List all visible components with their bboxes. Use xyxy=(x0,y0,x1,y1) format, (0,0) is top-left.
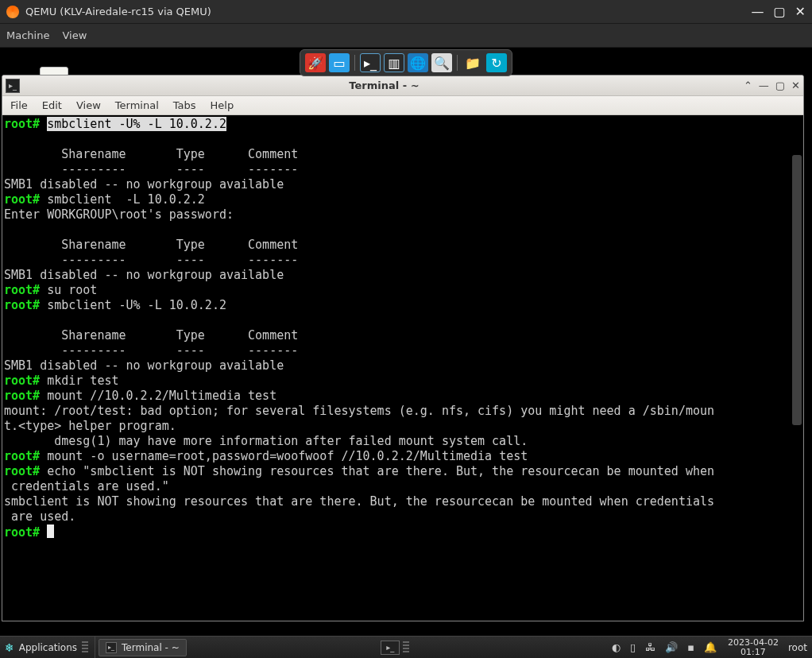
terminal-menu-view[interactable]: View xyxy=(76,99,101,111)
task-terminal-label: Terminal - ~ xyxy=(122,642,180,653)
menu-machine[interactable]: Machine xyxy=(6,29,49,41)
dock-files-icon[interactable]: 📁 xyxy=(462,53,483,72)
terminal-window-title: Terminal - ~ xyxy=(25,79,744,91)
panel-clock[interactable]: 2023-04-02 01:17 xyxy=(723,638,783,657)
taskbar-task-terminal[interactable]: ▸_ Terminal - ~ xyxy=(99,639,187,656)
dock-session-icon[interactable]: ↻ xyxy=(486,53,507,72)
minimize-button[interactable]: — xyxy=(751,4,764,19)
terminal-menu-edit[interactable]: Edit xyxy=(42,99,62,111)
terminal-menu-terminal[interactable]: Terminal xyxy=(115,99,159,111)
panel-grip-icon xyxy=(403,641,409,654)
terminal-close-button[interactable]: ✕ xyxy=(791,79,800,91)
terminal-window[interactable]: ▸_ Terminal - ~ ⌃ — ▢ ✕ File Edit View T… xyxy=(2,75,804,621)
panel-center-launchers[interactable]: ▸_ xyxy=(381,641,411,655)
dock[interactable]: 🚀 ▭ ▸_ ▥ 🌐 🔍 📁 ↻ xyxy=(300,49,512,76)
terminal-maximize-button[interactable]: ▢ xyxy=(775,79,785,91)
tray-volume-icon[interactable]: 🔊 xyxy=(665,641,678,653)
applications-menu-button[interactable]: ❄ Applications xyxy=(0,637,95,658)
terminal-cursor xyxy=(47,524,54,538)
qemu-logo-icon xyxy=(6,6,19,18)
terminal-menu-file[interactable]: File xyxy=(10,99,28,111)
terminal-minimize-button[interactable]: — xyxy=(759,79,769,91)
tray-disk-icon[interactable]: ◐ xyxy=(612,641,621,653)
tray-notifications-icon[interactable]: 🔔 xyxy=(704,641,717,653)
close-button[interactable]: ✕ xyxy=(795,4,806,19)
panel-launcher-terminal-icon[interactable]: ▸_ xyxy=(381,641,400,655)
terminal-menu-tabs[interactable]: Tabs xyxy=(173,99,196,111)
tray-cpu-icon[interactable]: ▪ xyxy=(687,641,694,653)
terminal-output[interactable]: root# smbclient -U% -L 10.0.2.2 Sharenam… xyxy=(2,115,803,621)
terminal-menu-help[interactable]: Help xyxy=(211,99,234,111)
dock-panel-icon[interactable]: ▥ xyxy=(384,53,404,72)
terminal-app-icon: ▸_ xyxy=(6,79,20,93)
panel-user-label[interactable]: root xyxy=(783,642,812,653)
system-tray[interactable]: ◐ ▯ 🖧 🔊 ▪ 🔔 xyxy=(605,641,723,653)
launcher-icon[interactable]: 🚀 xyxy=(305,53,326,72)
applications-menu-icon: ❄ xyxy=(5,641,14,654)
panel-grip-icon xyxy=(82,641,88,654)
terminal-rollup-button[interactable]: ⌃ xyxy=(744,79,752,91)
show-desktop-icon[interactable]: ▭ xyxy=(329,53,350,72)
task-terminal-icon: ▸_ xyxy=(106,642,117,653)
qemu-window-title: QEMU (KLV-Airedale-rc15 via QEMU) xyxy=(25,6,751,17)
dock-terminal-icon[interactable]: ▸_ xyxy=(360,53,381,72)
dock-search-icon[interactable]: 🔍 xyxy=(431,53,452,72)
maximize-button[interactable]: ▢ xyxy=(773,4,785,19)
tray-network-icon[interactable]: 🖧 xyxy=(645,641,655,653)
taskbar[interactable]: ❄ Applications ▸_ Terminal - ~ ▸_ ◐ ▯ 🖧 … xyxy=(0,636,812,658)
menu-view[interactable]: View xyxy=(62,29,87,41)
applications-menu-label: Applications xyxy=(19,642,77,653)
tray-battery-icon[interactable]: ▯ xyxy=(630,641,636,653)
dock-network-icon[interactable]: 🌐 xyxy=(408,53,428,72)
panel-time: 01:17 xyxy=(728,648,779,657)
panel-date: 2023-04-02 xyxy=(728,638,779,648)
terminal-scrollbar[interactable] xyxy=(792,155,802,614)
